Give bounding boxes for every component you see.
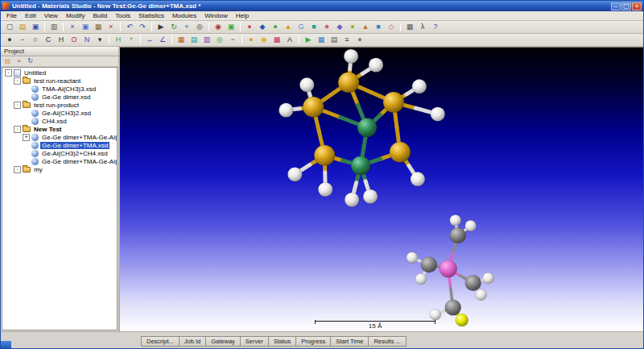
rotate-view-icon[interactable]: ↻ (167, 22, 180, 33)
script-editor-icon[interactable]: ≡ (341, 35, 353, 46)
panel-refresh-icon[interactable]: ↻ (25, 56, 35, 66)
pink-atom[interactable] (440, 260, 457, 278)
tree-item[interactable]: Ge-Ge dimer+TMA.xsd (2, 141, 117, 149)
minimize-button[interactable]: – (611, 2, 621, 10)
tree-item[interactable]: +Ge-Ge dimer+TMA-Ge-Al(CH3)2+CH4 Gaussia… (2, 133, 117, 141)
white-atom[interactable] (363, 189, 378, 204)
delete-icon[interactable]: × (105, 22, 118, 33)
sorption-module-icon[interactable]: ■ (308, 22, 320, 33)
white-atom[interactable] (369, 58, 383, 73)
dmol3-module-icon[interactable]: ● (269, 22, 282, 33)
gray-atom[interactable] (445, 300, 461, 316)
color-atoms-icon[interactable]: ▩ (270, 35, 283, 46)
jobs-column-gateway[interactable]: Gateway (205, 336, 241, 347)
tree-item[interactable]: -my (2, 165, 117, 173)
jobs-column-descript[interactable]: Descript... (141, 336, 180, 347)
amorphous-cell-module-icon[interactable]: ● (243, 22, 256, 33)
polymorph-module-icon[interactable]: ▲ (359, 22, 372, 33)
element-nitrogen-icon[interactable]: N (80, 35, 93, 46)
viewport-3d[interactable]: 15 Å (120, 47, 643, 331)
layer-builder-icon[interactable]: ▥ (200, 35, 213, 46)
white-atom[interactable] (345, 193, 359, 207)
panel-delete-icon[interactable]: × (14, 56, 24, 66)
translate-view-icon[interactable]: + (180, 22, 193, 33)
nanostructure-builder-icon[interactable]: ◎ (213, 35, 226, 46)
jobs-column-results[interactable]: Results ... (368, 336, 406, 347)
castep-module-icon[interactable]: ◆ (256, 22, 269, 33)
forcite-module-icon[interactable]: ▲ (282, 22, 295, 33)
redo-icon[interactable]: ↷ (136, 22, 149, 33)
maximize-button[interactable]: ▢ (621, 2, 631, 10)
surface-builder-icon[interactable]: ▤ (188, 35, 200, 46)
element-selector-icon[interactable]: ▾ (93, 35, 106, 46)
green-atom[interactable] (357, 118, 377, 138)
tree-item[interactable]: -test run-product (2, 101, 117, 109)
gray-atom[interactable] (465, 275, 481, 291)
element-oxygen-icon[interactable]: O (68, 35, 80, 46)
jobs-column-job-id[interactable]: Job Id (179, 336, 206, 347)
collapse-icon[interactable]: - (14, 102, 21, 109)
display-style-icon[interactable]: ● (245, 35, 258, 46)
collapse-icon[interactable]: - (14, 126, 21, 133)
copy-icon[interactable]: ▣ (79, 22, 92, 33)
white-atom[interactable] (412, 79, 427, 93)
tree-item[interactable]: CH4.xsd (2, 117, 117, 125)
menu-edit[interactable]: Edit (21, 12, 40, 19)
gold-atom[interactable] (314, 145, 335, 166)
zoom-view-icon[interactable]: ◎ (193, 22, 206, 33)
close-button[interactable]: × (632, 2, 642, 10)
tree-item[interactable]: TMA-Al(CH3)3.xsd (2, 85, 117, 93)
gray-atom[interactable] (450, 227, 466, 243)
options-icon[interactable]: ● (353, 35, 366, 46)
tree-item[interactable]: Ge-Al(CH3)2+CH4.xsd (2, 149, 117, 157)
menu-view[interactable]: View (40, 12, 62, 19)
menu-statistics[interactable]: Statistics (134, 12, 168, 19)
reflex-module-icon[interactable]: ★ (320, 22, 333, 33)
undo-icon[interactable]: ↶ (123, 22, 136, 33)
jobs-column-status[interactable]: Status (268, 336, 296, 347)
menu-modify[interactable]: Modify (62, 12, 89, 19)
white-atom[interactable] (450, 214, 461, 226)
print-icon[interactable]: ▥ (47, 22, 60, 33)
white-atom[interactable] (430, 309, 441, 320)
collapse-icon[interactable]: - (14, 77, 21, 85)
sketch-atom-icon[interactable]: ● (3, 35, 16, 46)
white-atom[interactable] (483, 272, 494, 284)
white-atom[interactable] (411, 172, 425, 186)
recenter-view-icon[interactable]: ◉ (212, 22, 225, 33)
gold-atom[interactable] (303, 97, 324, 118)
panel-new-folder-icon[interactable]: ▤ (2, 56, 13, 66)
conformers-module-icon[interactable]: ● (346, 22, 359, 33)
gold-atom[interactable] (390, 142, 411, 163)
white-atom[interactable] (318, 182, 332, 197)
clean-structure-icon[interactable]: * (125, 35, 138, 46)
collapse-icon[interactable]: - (14, 166, 21, 173)
green-atom[interactable] (351, 156, 370, 176)
white-atom[interactable] (476, 289, 487, 301)
measure-angle-icon[interactable]: ∠ (156, 35, 169, 46)
polymer-builder-icon[interactable]: ~ (226, 35, 239, 46)
white-atom[interactable] (344, 49, 358, 64)
white-atom[interactable] (431, 107, 445, 122)
qsar-module-icon[interactable]: ■ (372, 22, 385, 33)
white-atom[interactable] (287, 167, 302, 181)
help-icon[interactable]: ? (429, 22, 442, 33)
menu-file[interactable]: File (2, 12, 21, 19)
menu-modules[interactable]: Modules (168, 12, 200, 19)
white-atom[interactable] (407, 252, 418, 264)
tree-item[interactable]: -Untitled (2, 69, 117, 77)
gray-atom[interactable] (421, 257, 437, 273)
tree-item[interactable]: Ge-Ge dimer+TMA-Ge-Al(CH3)2+CH4.xsd (2, 157, 117, 165)
table-viewer-icon[interactable]: ▤ (328, 35, 341, 46)
menu-window[interactable]: Window (200, 12, 231, 19)
gold-atom[interactable] (338, 72, 359, 93)
study-table-icon[interactable]: ▦ (403, 22, 416, 33)
ge-ge-dimer-tma-cluster[interactable] (279, 49, 444, 207)
tree-item[interactable]: Ge-Al(CH3)2.xsd (2, 109, 117, 117)
element-hydrogen-icon[interactable]: H (55, 35, 68, 46)
crystal-builder-icon[interactable]: ▦ (175, 35, 188, 46)
white-atom[interactable] (415, 273, 427, 285)
white-atom[interactable] (465, 220, 477, 231)
sketch-ring-icon[interactable]: ○ (29, 35, 42, 46)
open-icon[interactable]: ▤ (16, 22, 29, 33)
